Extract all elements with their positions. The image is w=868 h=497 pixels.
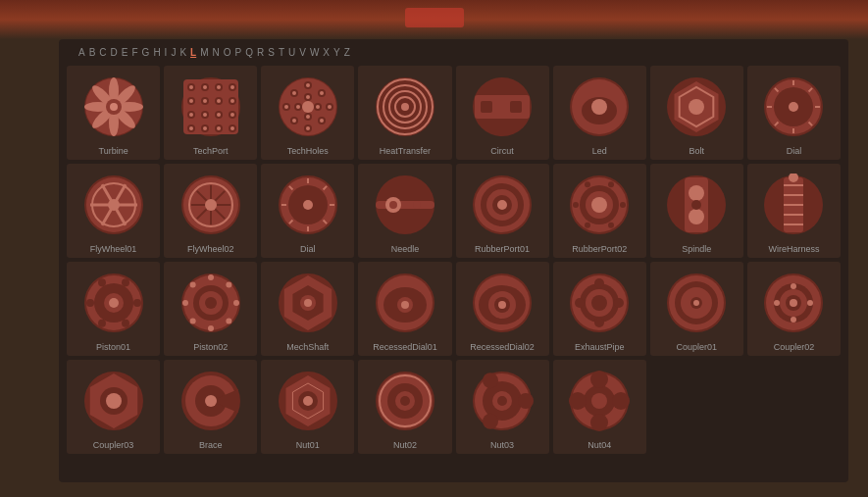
alpha-letter-q[interactable]: Q [245, 47, 253, 58]
svg-point-72 [302, 101, 314, 113]
grid-item-coupler03[interactable]: Coupler03 [67, 360, 160, 454]
svg-point-179 [122, 320, 129, 327]
alpha-letter-a[interactable]: A [78, 47, 85, 58]
svg-point-274 [590, 371, 608, 388]
grid-item-recesseddial01[interactable]: RecessedDial01 [358, 262, 451, 356]
item-thumb-nut02 [368, 364, 442, 438]
item-thumb-led [562, 70, 637, 144]
grid-item-heattransfer[interactable]: HeatTransfer [358, 66, 451, 160]
grid-item-bolt[interactable]: Bolt [650, 66, 743, 160]
item-label-circut: Circut [490, 146, 514, 156]
svg-rect-81 [481, 101, 492, 113]
svg-point-35 [217, 113, 221, 117]
svg-point-143 [389, 201, 397, 209]
item-label-coupler02: Coupler02 [774, 342, 815, 352]
svg-point-198 [226, 282, 231, 288]
grid-item-dial2[interactable]: Dial [261, 164, 354, 258]
grid-item-piston02[interactable]: Piston02 [164, 262, 257, 356]
grid-item-flywheel02[interactable]: FlyWheel02 [164, 164, 257, 258]
grid-item-techport[interactable]: TechPort [164, 66, 257, 160]
alpha-letter-g[interactable]: G [142, 47, 150, 58]
grid-item-recesseddial02[interactable]: RecessedDial02 [456, 262, 549, 356]
alpha-letter-j[interactable]: J [171, 47, 176, 58]
item-thumb-recesseddial02 [465, 266, 539, 340]
svg-point-195 [182, 300, 188, 306]
svg-point-235 [790, 299, 797, 307]
grid-item-nut03[interactable]: Nut03 [456, 360, 549, 454]
svg-point-197 [208, 274, 214, 280]
grid-item-exhaustpipe[interactable]: ExhaustPipe [553, 262, 646, 356]
alpha-letter-r[interactable]: R [257, 47, 264, 58]
svg-point-248 [205, 395, 217, 407]
svg-point-78 [401, 103, 409, 111]
alpha-letter-b[interactable]: B [89, 47, 96, 58]
item-label-nut04: Nut04 [587, 440, 611, 450]
alpha-letter-f[interactable]: F [131, 47, 137, 58]
svg-point-239 [791, 283, 796, 289]
alpha-letter-t[interactable]: T [279, 47, 284, 58]
grid-item-needle[interactable]: Needle [358, 164, 451, 258]
grid-item-coupler01[interactable]: Coupler01 [650, 262, 743, 356]
alpha-letter-n[interactable]: N [213, 47, 220, 58]
grid-item-mechshaft[interactable]: MechShaft [261, 262, 354, 356]
item-label-wireharness: WireHarness [768, 244, 819, 254]
svg-point-208 [401, 301, 409, 309]
item-thumb-flywheel02 [174, 168, 248, 242]
svg-point-19 [217, 85, 221, 89]
grid-item-piston01[interactable]: Piston01 [67, 262, 160, 356]
alpha-letter-w[interactable]: W [310, 47, 319, 58]
alpha-letter-o[interactable]: O [224, 47, 231, 58]
alpha-letter-p[interactable]: P [235, 47, 242, 58]
grid-item-nut04[interactable]: Nut04 [553, 360, 646, 454]
grid-item-rubberport01[interactable]: RubberPort01 [456, 164, 549, 258]
item-label-nut01: Nut01 [296, 440, 320, 450]
item-label-techport: TechPort [193, 146, 229, 156]
alpha-letter-k[interactable]: K [179, 47, 186, 58]
item-label-recesseddial01: RecessedDial01 [373, 342, 437, 352]
grid-item-brace[interactable]: Brace [164, 360, 257, 454]
alpha-letter-x[interactable]: X [323, 47, 330, 58]
svg-point-194 [189, 318, 195, 323]
grid-item-nut02[interactable]: Nut02 [358, 360, 451, 454]
svg-point-57 [292, 91, 296, 95]
svg-point-55 [328, 105, 332, 109]
alpha-letter-y[interactable]: Y [333, 47, 340, 58]
alpha-letter-l[interactable]: L [190, 47, 196, 58]
grid-item-techholes[interactable]: TechHoles [261, 66, 354, 160]
alpha-letter-d[interactable]: D [111, 47, 118, 58]
alpha-letter-i[interactable]: I [165, 47, 168, 58]
svg-point-220 [614, 298, 624, 308]
grid-item-turbine[interactable]: Turbine [67, 66, 160, 160]
item-thumb-dial [756, 70, 831, 144]
alpha-letter-e[interactable]: E [122, 47, 128, 58]
svg-rect-83 [510, 101, 522, 113]
grid-item-nut01[interactable]: Nut01 [261, 360, 354, 454]
alpha-letter-c[interactable]: C [99, 47, 106, 58]
grid-item-rubberport02[interactable]: RubberPort02 [553, 164, 646, 258]
grid-item-dial[interactable]: Dial [747, 66, 841, 160]
grid-item-spindle[interactable]: Spindle [650, 164, 743, 258]
grid-item-flywheel01[interactable]: FlyWheel01 [67, 164, 160, 258]
svg-point-253 [303, 396, 313, 406]
item-thumb-exhaustpipe [562, 266, 637, 340]
svg-point-29 [230, 99, 234, 103]
alpha-letter-s[interactable]: S [268, 47, 275, 58]
alpha-letter-u[interactable]: U [288, 47, 295, 58]
grid-item-circut[interactable]: Circut [456, 66, 549, 160]
svg-point-59 [320, 91, 324, 95]
grid-item-wireharness[interactable]: WireHarness [747, 164, 841, 258]
svg-point-15 [189, 85, 193, 89]
item-thumb-spindle [659, 168, 734, 242]
item-label-brace: Brace [199, 440, 223, 450]
alpha-letter-z[interactable]: Z [344, 47, 350, 58]
alpha-letter-m[interactable]: M [200, 47, 208, 58]
svg-point-265 [518, 393, 534, 409]
grid-item-coupler02[interactable]: Coupler02 [747, 262, 841, 356]
svg-point-23 [189, 99, 193, 103]
alpha-letter-h[interactable]: H [153, 47, 160, 58]
alpha-letter-v[interactable]: V [299, 47, 306, 58]
item-label-rubberport01: RubberPort01 [475, 244, 530, 254]
item-thumb-nut04 [562, 364, 637, 438]
grid-item-led[interactable]: Led [553, 66, 646, 160]
svg-point-149 [497, 200, 507, 210]
